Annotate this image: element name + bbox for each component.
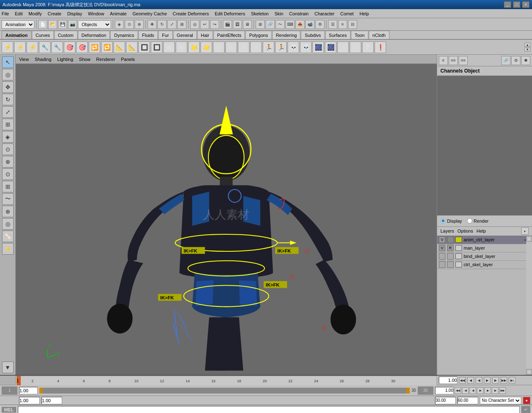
menu-create-deformers[interactable]: Create Deformers [173, 11, 209, 16]
render-radio[interactable]: Render [467, 218, 488, 224]
shelf-icon-23[interactable]: 🏃 [275, 41, 287, 53]
transform-btn[interactable]: ⊞ [177, 20, 186, 29]
menu-file[interactable]: File [2, 11, 9, 16]
anim-end-input[interactable] [435, 397, 456, 404]
shelf-icon-18[interactable]: ⊕ [213, 41, 225, 53]
anim-visibility-btn[interactable]: V [439, 236, 445, 243]
rp-icon-4[interactable]: 🔗 [501, 56, 510, 65]
ctrl-visibility-btn[interactable] [439, 261, 445, 268]
bb-next-btn[interactable]: ▶▶ [499, 387, 506, 394]
shelf-icon-21[interactable]: ❄ [250, 41, 262, 53]
shelf-icon-26[interactable]: 🎆 [312, 41, 324, 53]
menu-skeleton[interactable]: Skeleton [251, 11, 269, 16]
shelf-icon-20[interactable]: ❄ [238, 41, 249, 53]
step-fwd-btn[interactable]: ▶ [492, 377, 499, 384]
window-controls[interactable]: _ □ × [504, 1, 530, 8]
open-btn[interactable]: 📂 [48, 20, 57, 29]
menu-edit-deformers[interactable]: Edit Deformers [215, 11, 245, 16]
paint-btn[interactable]: ⊕ [135, 20, 144, 29]
scroll-down-btn[interactable]: ▼ [2, 362, 14, 373]
next-key-btn[interactable]: ▶▶ [501, 377, 507, 384]
snap-mode-btn[interactable]: ⊙ [2, 168, 14, 180]
shelf-icon-5[interactable]: 🔧 [51, 41, 63, 53]
command-input[interactable] [18, 406, 520, 413]
snap-btn[interactable]: 🔗 [266, 20, 275, 29]
menu-constrain[interactable]: Constrain [289, 11, 309, 16]
bb-step-fwd-btn[interactable]: ▶ [492, 387, 498, 394]
tab-animation[interactable]: Animation [2, 31, 31, 39]
vp-menu-show[interactable]: Show [79, 57, 91, 62]
tab-curves[interactable]: Curves [32, 31, 54, 39]
input-btn[interactable]: ⌨ [285, 20, 295, 29]
tab-fluids[interactable]: Fluids [138, 31, 158, 39]
shelf-icon-19[interactable]: ⊕ [225, 41, 237, 53]
minimize-btn[interactable]: _ [504, 1, 511, 8]
tab-subdivs[interactable]: Subdivs [301, 31, 324, 39]
layers-options-menu[interactable]: Options [457, 228, 473, 233]
menu-animate[interactable]: Animate [110, 11, 126, 16]
bb-prev-btn[interactable]: ◀◀ [455, 387, 461, 394]
rp-icon-1[interactable]: ≡ [439, 56, 448, 65]
tab-dynamics[interactable]: Dynamics [110, 31, 138, 39]
select-tool-btn[interactable]: ↖ [2, 56, 14, 68]
layers-scroll-up[interactable]: ▲ [526, 236, 532, 242]
layers-help-menu[interactable]: Help [476, 228, 486, 233]
shelf-icon-25[interactable]: 💀 [300, 41, 312, 53]
lasso-btn2[interactable]: ⊕ [2, 156, 14, 168]
cmd-enter-btn[interactable]: ↵ [521, 406, 530, 413]
mode-selector[interactable]: Animation [2, 20, 34, 29]
menu-display[interactable]: Display [67, 11, 82, 16]
layers-scroll-down[interactable]: ▼ [526, 369, 532, 375]
display-radio[interactable]: Display [440, 218, 462, 224]
misc-btn[interactable]: ⚙ [315, 20, 324, 29]
record-btn[interactable]: ● [523, 397, 530, 404]
tab-painteffects[interactable]: PaintEffects [213, 31, 245, 39]
rotate-btn[interactable]: ↻ [157, 20, 167, 29]
menu-character[interactable]: Character [314, 11, 334, 16]
ipr-btn[interactable]: 🖼 [233, 20, 242, 29]
output-btn[interactable]: 📤 [295, 20, 305, 29]
maximize-btn[interactable]: □ [513, 1, 520, 8]
shelf-icon-29[interactable]: ⚠ [350, 41, 361, 53]
show-manip-btn[interactable]: ⊙ [2, 143, 14, 155]
shelf-scroll-up[interactable]: ▲ [525, 43, 530, 47]
layers-menu[interactable]: Layers [440, 228, 454, 233]
scale-btn[interactable]: ⤢ [167, 20, 177, 29]
tab-hair[interactable]: Hair [197, 31, 213, 39]
shelf-icon-16[interactable]: 🌟 [188, 41, 200, 53]
move-tool-btn[interactable]: ✥ [2, 81, 14, 93]
menu-help[interactable]: Help [360, 11, 369, 16]
vp-menu-view[interactable]: View [19, 57, 29, 62]
prev-key-btn[interactable]: ◀ [467, 377, 474, 384]
rp-icon-2[interactable]: ≡≡ [449, 56, 458, 65]
shelf-icon-3[interactable]: ⚡ [27, 41, 38, 53]
shelf-icon-15[interactable]: ⬟ [176, 41, 187, 53]
bind-reference-btn[interactable] [447, 253, 454, 260]
tab-surfaces[interactable]: Surfaces [325, 31, 351, 39]
shelf-icon-11[interactable]: 📐 [126, 41, 138, 53]
attrs-btn[interactable]: ≡ [338, 20, 347, 29]
tab-rendering[interactable]: Rendering [272, 31, 301, 39]
man-visibility-btn[interactable]: V [439, 245, 445, 251]
rp-icon-3[interactable]: ≡≡ [459, 56, 468, 65]
current-time-input[interactable] [439, 377, 457, 384]
scale-tool-btn[interactable]: ⤢ [2, 106, 14, 118]
shelf-icon-28[interactable]: ⚠ [337, 41, 349, 53]
soft-mod-btn[interactable]: ◈ [2, 131, 14, 143]
range-start-handle[interactable] [39, 388, 43, 394]
shelf-icon-7[interactable]: 🎯 [76, 41, 88, 53]
shelf-icon-24[interactable]: 💀 [288, 41, 299, 53]
tab-ncloth[interactable]: nCloth [369, 31, 389, 39]
step-size-input[interactable] [41, 397, 62, 404]
surface-snap-btn[interactable]: ◎ [2, 218, 14, 230]
vp-menu-panels[interactable]: Panels [121, 57, 135, 62]
vp-menu-shading[interactable]: Shading [35, 57, 51, 62]
shelf-icon-27[interactable]: 🎆 [325, 41, 336, 53]
range-start-input[interactable] [19, 387, 38, 394]
layer-row-anim[interactable]: V anim_ctrl_layer ▸ [437, 236, 532, 244]
tab-fur[interactable]: Fur [158, 31, 173, 39]
layer-row-bind[interactable]: bind_skel_layer [437, 253, 532, 261]
shelf-icon-2[interactable]: ⚡ [14, 41, 26, 53]
bind-visibility-btn[interactable] [439, 253, 445, 260]
tab-polygons[interactable]: Polygons [245, 31, 271, 39]
